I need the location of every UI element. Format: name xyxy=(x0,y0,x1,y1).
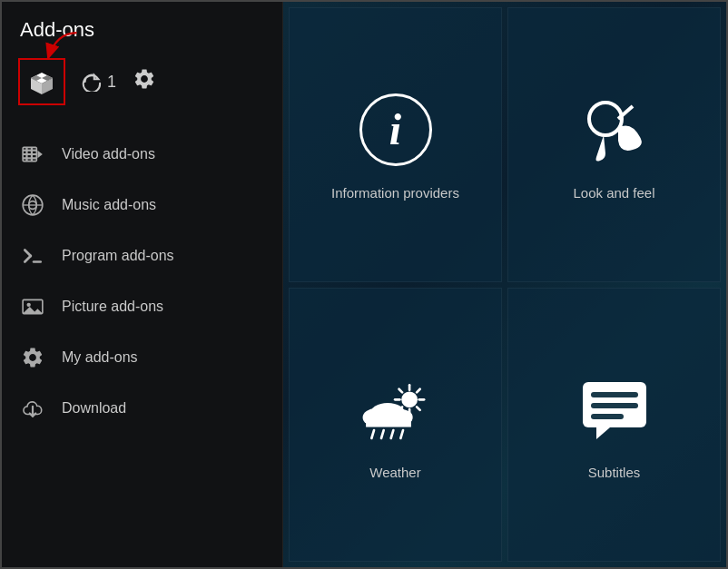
svg-line-39 xyxy=(381,430,384,438)
program-icon xyxy=(20,243,45,269)
svg-line-31 xyxy=(417,407,420,411)
refresh-button[interactable]: 1 xyxy=(82,72,116,92)
svg-rect-9 xyxy=(23,157,36,159)
sidebar-item-label: Picture add-ons xyxy=(62,299,163,315)
sidebar-item-label: Program add-ons xyxy=(62,248,174,264)
sidebar-item-program-addons[interactable]: Program add-ons xyxy=(2,231,282,281)
svg-line-17 xyxy=(25,256,30,262)
look-tile-icon xyxy=(574,89,655,171)
svg-line-41 xyxy=(400,430,403,438)
sidebar-item-label: Video add-ons xyxy=(62,146,155,162)
svg-marker-12 xyxy=(37,151,42,159)
svg-line-30 xyxy=(398,389,402,393)
svg-line-38 xyxy=(371,430,374,438)
svg-rect-44 xyxy=(591,392,638,397)
nav-items: Video add-ons Music add-ons xyxy=(2,122,282,567)
svg-rect-11 xyxy=(31,147,33,161)
svg-point-20 xyxy=(27,303,31,307)
svg-rect-8 xyxy=(23,153,36,155)
refresh-icon xyxy=(82,72,102,92)
settings-button[interactable] xyxy=(133,67,156,96)
sidebar-item-label: My add-ons xyxy=(62,349,138,366)
toolbar: 1 xyxy=(2,51,282,122)
sidebar-item-video-addons[interactable]: Video add-ons xyxy=(2,129,282,180)
sidebar-item-my-addons[interactable]: My add-ons xyxy=(2,332,282,383)
svg-marker-43 xyxy=(596,427,610,439)
svg-point-25 xyxy=(401,392,418,408)
tile-label: Information providers xyxy=(331,185,459,201)
music-icon xyxy=(20,192,45,218)
my-addons-icon xyxy=(20,345,45,370)
tile-subtitles[interactable]: Subtitles xyxy=(507,288,721,563)
svg-line-32 xyxy=(417,389,420,393)
svg-rect-46 xyxy=(591,414,624,419)
sidebar-item-music-addons[interactable]: Music add-ons xyxy=(2,180,282,231)
weather-tile-icon xyxy=(355,368,437,450)
page-title: Add-ons xyxy=(2,2,282,51)
tile-look-and-feel[interactable]: Look and feel xyxy=(507,7,721,282)
tile-label: Subtitles xyxy=(588,465,641,480)
tile-information-providers[interactable]: i Information providers xyxy=(289,7,502,282)
refresh-count: 1 xyxy=(107,73,116,92)
svg-point-23 xyxy=(589,103,622,135)
sidebar: Add-ons xyxy=(2,2,283,567)
content-area: i Information providers Look and feel xyxy=(283,2,726,567)
tile-label: Look and feel xyxy=(573,185,654,201)
sidebar-item-download[interactable]: Download xyxy=(2,383,282,434)
info-tile-icon: i xyxy=(355,89,437,171)
sidebar-item-label: Download xyxy=(62,400,126,417)
video-icon xyxy=(20,142,45,167)
svg-rect-37 xyxy=(366,417,411,427)
svg-line-16 xyxy=(25,250,30,257)
svg-rect-7 xyxy=(23,150,36,152)
sidebar-item-label: Music add-ons xyxy=(62,197,156,213)
tile-label: Weather xyxy=(369,465,420,480)
tile-weather[interactable]: Weather xyxy=(289,288,502,563)
open-box-button[interactable] xyxy=(18,58,65,105)
sidebar-item-picture-addons[interactable]: Picture add-ons xyxy=(2,281,282,332)
svg-rect-45 xyxy=(591,403,638,408)
open-box-icon xyxy=(27,67,56,96)
gear-icon xyxy=(133,67,156,91)
svg-rect-10 xyxy=(25,147,27,161)
download-icon xyxy=(20,396,45,421)
picture-icon xyxy=(20,294,45,319)
svg-marker-21 xyxy=(23,307,43,314)
svg-line-40 xyxy=(390,430,393,438)
main-container: Add-ons xyxy=(0,0,728,569)
subtitles-tile-icon xyxy=(574,368,655,450)
